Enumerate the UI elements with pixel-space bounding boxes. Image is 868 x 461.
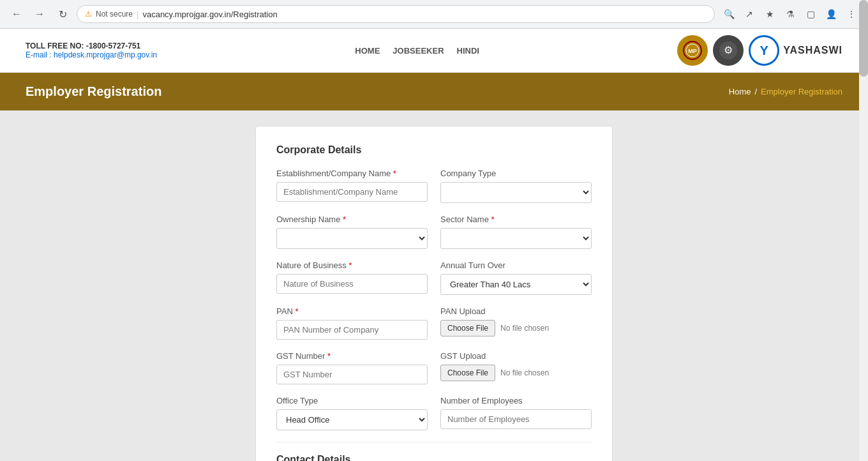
scrollbar[interactable] — [859, 0, 868, 461]
hindi-nav-link[interactable]: HINDI — [457, 46, 479, 56]
gst-no-file-text: No file chosen — [500, 368, 549, 377]
jobseeker-nav-link[interactable]: JOBSEEKER — [393, 46, 444, 56]
company-type-label: Company Type — [440, 169, 592, 178]
sector-name-label: Sector Name * — [440, 215, 592, 224]
breadcrumb-home[interactable]: Home — [729, 87, 751, 96]
annual-turnover-group: Annual Turn Over Greater Than 40 Lacs Le… — [440, 261, 592, 295]
yashaswi-circle: Y — [749, 35, 779, 66]
row-office: Office Type Head Office Branch Office Re… — [276, 396, 592, 430]
annual-turnover-select[interactable]: Greater Than 40 Lacs Less Than 40 Lacs 1… — [440, 274, 592, 295]
breadcrumb-separator: / — [754, 87, 757, 96]
gst-upload-group: GST Upload Choose File No file chosen — [440, 351, 592, 384]
address-bar[interactable]: ⚠ Not secure | vacancy.mprojgar.gov.in/R… — [77, 5, 715, 23]
gst-file-upload: Choose File No file chosen — [440, 365, 592, 381]
company-type-select[interactable]: Private Limited Public Limited Partnersh… — [440, 182, 592, 203]
top-nav: TOLL FREE NO: -1800-5727-751 E-mail : he… — [0, 29, 868, 73]
row-business: Nature of Business * Annual Turn Over Gr… — [276, 261, 592, 295]
company-type-group: Company Type Private Limited Public Limi… — [440, 169, 592, 203]
search-icon[interactable]: 🔍 — [720, 5, 738, 23]
company-name-label: Establishment/Company Name * — [276, 169, 428, 178]
row-gst: GST Number * GST Upload Choose File No f… — [276, 351, 592, 384]
company-name-group: Establishment/Company Name * — [276, 169, 428, 203]
svg-text:⚙: ⚙ — [724, 45, 733, 56]
not-secure-label: Not secure — [96, 10, 133, 19]
ownership-name-label: Ownership Name * — [276, 215, 428, 224]
num-employees-label: Number of Employees — [440, 396, 592, 405]
contact-section-title: Contact Details — [276, 442, 592, 461]
row-ownership: Ownership Name * Individual Company Sect… — [276, 215, 592, 249]
page-title: Employer Registration — [26, 84, 161, 99]
yashaswi-logo: Y YASHASWI — [749, 35, 842, 66]
gst-upload-label: GST Upload — [440, 351, 592, 361]
bookmark-icon[interactable]: ★ — [761, 5, 779, 23]
mp-logo: MP — [677, 35, 708, 66]
office-type-select[interactable]: Head Office Branch Office Regional Offic… — [276, 409, 428, 430]
pan-no-file-text: No file chosen — [500, 324, 549, 333]
svg-text:MP: MP — [688, 48, 697, 54]
gst-group: GST Number * — [276, 351, 428, 384]
scrollbar-thumb[interactable] — [859, 0, 868, 77]
email-text: E-mail : helpdesk.mprojgar@mp.gov.in — [26, 50, 157, 59]
pan-choose-file-button[interactable]: Choose File — [440, 320, 495, 336]
pan-group: PAN * — [276, 306, 428, 340]
breadcrumb: Home / Employer Registration — [729, 87, 842, 96]
back-button[interactable]: ← — [8, 5, 26, 23]
office-type-label: Office Type — [276, 396, 428, 405]
browser-chrome: ← → ↻ ⚠ Not secure | vacancy.mprojgar.go… — [0, 0, 868, 29]
profile-icon[interactable]: 👤 — [822, 5, 840, 23]
gear-logo: ⚙ — [713, 35, 744, 66]
gst-label: GST Number * — [276, 351, 428, 361]
menu-icon[interactable]: ⋮ — [842, 5, 860, 23]
reload-button[interactable]: ↻ — [54, 5, 71, 23]
pan-label: PAN * — [276, 306, 428, 316]
url-text: vacancy.mprojgar.gov.in/Registration — [142, 10, 277, 19]
sector-name-group: Sector Name * IT Manufacturing — [440, 215, 592, 249]
toll-free-text: TOLL FREE NO: -1800-5727-751 — [26, 42, 157, 50]
sector-name-select[interactable]: IT Manufacturing — [440, 228, 592, 249]
contact-info: TOLL FREE NO: -1800-5727-751 E-mail : he… — [26, 42, 157, 59]
nav-links: HOME JOBSEEKER HINDI — [355, 46, 479, 56]
section-title: Corporate Details — [276, 144, 592, 156]
warning-icon: ⚠ — [85, 10, 92, 19]
required-star: * — [393, 169, 396, 178]
header-banner: Employer Registration Home / Employer Re… — [0, 73, 868, 110]
nature-of-business-group: Nature of Business * — [276, 261, 428, 295]
nature-of-business-input[interactable] — [276, 274, 428, 294]
num-employees-input[interactable] — [440, 409, 592, 429]
logos: MP ⚙ Y YASHASWI — [677, 35, 842, 66]
extensions-icon[interactable]: ⚗ — [781, 5, 799, 23]
forward-button[interactable]: → — [31, 5, 49, 23]
pan-upload-label: PAN Upload — [440, 306, 592, 316]
main-content: Corporate Details Establishment/Company … — [0, 110, 868, 461]
company-name-input[interactable] — [276, 182, 428, 202]
breadcrumb-current: Employer Registration — [761, 87, 842, 96]
window-icon[interactable]: ▢ — [802, 5, 819, 23]
pan-file-upload: Choose File No file chosen — [440, 320, 592, 336]
ownership-name-group: Ownership Name * Individual Company — [276, 215, 428, 249]
ownership-name-select[interactable]: Individual Company — [276, 228, 428, 249]
pan-input[interactable] — [276, 320, 428, 340]
browser-actions: 🔍 ↗ ★ ⚗ ▢ 👤 ⋮ — [720, 5, 860, 23]
office-type-group: Office Type Head Office Branch Office Re… — [276, 396, 428, 430]
home-nav-link[interactable]: HOME — [355, 46, 380, 56]
pan-upload-group: PAN Upload Choose File No file chosen — [440, 306, 592, 340]
row-company: Establishment/Company Name * Company Typ… — [276, 169, 592, 203]
share-icon[interactable]: ↗ — [740, 5, 758, 23]
gst-choose-file-button[interactable]: Choose File — [440, 365, 495, 381]
row-pan: PAN * PAN Upload Choose File No file cho… — [276, 306, 592, 340]
num-employees-group: Number of Employees — [440, 396, 592, 430]
annual-turnover-label: Annual Turn Over — [440, 261, 592, 270]
form-card: Corporate Details Establishment/Company … — [255, 126, 613, 461]
gst-input[interactable] — [276, 365, 428, 384]
yashaswi-text: YASHASWI — [783, 45, 842, 56]
nature-of-business-label: Nature of Business * — [276, 261, 428, 270]
